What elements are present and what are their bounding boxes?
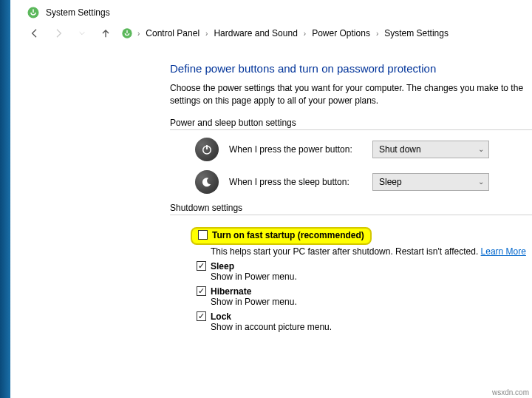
power-button-row: When I press the power button: Shut down… bbox=[195, 138, 532, 161]
watermark: wsxdn.com bbox=[492, 388, 529, 397]
titlebar: System Settings bbox=[22, 1, 532, 21]
sleep-action-dropdown[interactable]: Sleep ⌄ bbox=[372, 173, 489, 191]
sleep-option-label: Sleep bbox=[211, 261, 234, 271]
content-pane: Define power buttons and turn on passwor… bbox=[22, 47, 532, 332]
lock-option-desc: Show in account picture menu. bbox=[211, 322, 532, 332]
chevron-down-icon: ⌄ bbox=[478, 178, 484, 186]
desktop-edge bbox=[0, 0, 10, 398]
fast-startup-desc: This helps start your PC faster after sh… bbox=[211, 246, 532, 257]
lock-checkbox[interactable] bbox=[197, 311, 206, 321]
page-title: Define power buttons and turn on passwor… bbox=[170, 62, 532, 75]
chevron-right-icon[interactable]: › bbox=[133, 30, 144, 38]
section-header-shutdown: Shutdown settings bbox=[170, 203, 532, 215]
window-title: System Settings bbox=[46, 7, 110, 18]
recent-locations-button[interactable] bbox=[74, 25, 90, 41]
chevron-right-icon[interactable]: › bbox=[372, 30, 383, 38]
chevron-down-icon: ⌄ bbox=[478, 145, 484, 153]
power-options-icon bbox=[121, 27, 133, 39]
power-icon bbox=[195, 138, 219, 161]
up-button[interactable] bbox=[98, 25, 114, 41]
power-button-label: When I press the power button: bbox=[229, 144, 362, 155]
sleep-icon bbox=[195, 170, 219, 194]
sleep-button-label: When I press the sleep button: bbox=[229, 177, 362, 187]
sleep-option-desc: Show in Power menu. bbox=[211, 271, 532, 282]
hibernate-option-desc: Show in Power menu. bbox=[211, 297, 532, 307]
fast-startup-label: Turn on fast startup (recommended) bbox=[212, 230, 364, 240]
breadcrumb-item[interactable]: Power Options bbox=[310, 27, 372, 40]
lock-option-label: Lock bbox=[211, 311, 231, 322]
section-header-buttons: Power and sleep button settings bbox=[170, 118, 532, 130]
page-description: Choose the power settings that you want … bbox=[170, 82, 532, 107]
dropdown-value: Sleep bbox=[379, 177, 402, 187]
hibernate-option-label: Hibernate bbox=[211, 286, 251, 297]
fast-startup-checkbox[interactable] bbox=[198, 230, 208, 240]
hibernate-checkbox[interactable] bbox=[197, 286, 206, 296]
chevron-right-icon[interactable]: › bbox=[299, 30, 310, 38]
dropdown-value: Shut down bbox=[379, 144, 421, 155]
power-action-dropdown[interactable]: Shut down ⌄ bbox=[372, 141, 489, 158]
highlight-annotation: Turn on fast startup (recommended) bbox=[191, 227, 372, 245]
breadcrumb-item[interactable]: System Settings bbox=[383, 27, 450, 40]
breadcrumb[interactable]: › Control Panel › Hardware and Sound › P… bbox=[121, 27, 450, 40]
sleep-button-row: When I press the sleep button: Sleep ⌄ bbox=[195, 170, 532, 194]
breadcrumb-item[interactable]: Hardware and Sound bbox=[212, 27, 299, 40]
chevron-right-icon[interactable]: › bbox=[201, 30, 212, 38]
breadcrumb-item[interactable]: Control Panel bbox=[144, 27, 201, 40]
forward-button[interactable] bbox=[50, 25, 66, 41]
power-options-icon bbox=[27, 6, 40, 19]
back-button[interactable] bbox=[27, 25, 43, 41]
learn-more-link[interactable]: Learn More bbox=[481, 246, 526, 257]
nav-toolbar: › Control Panel › Hardware and Sound › P… bbox=[22, 21, 532, 47]
system-settings-window: System Settings › Control Panel › Hardwa… bbox=[22, 1, 532, 337]
sleep-checkbox[interactable] bbox=[197, 261, 206, 271]
